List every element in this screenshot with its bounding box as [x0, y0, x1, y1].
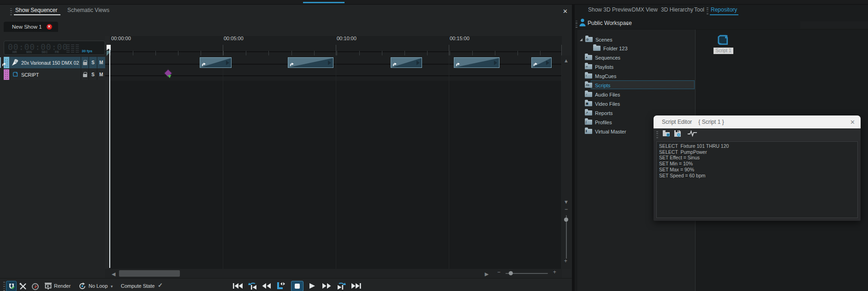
tab-tool[interactable]: Tool: [694, 6, 704, 13]
track-color-strip[interactable]: [4, 69, 9, 80]
folder-icon: ∞: [585, 64, 592, 69]
validate-script-button[interactable]: [687, 130, 697, 139]
save-script-button[interactable]: [674, 130, 681, 139]
vzoom-slider-track[interactable]: [566, 215, 567, 259]
tab-schematic-views[interactable]: Schematic Views: [67, 7, 109, 13]
workspace-search-field[interactable]: [800, 21, 868, 29]
script-editor-title: Script Editor: [662, 119, 692, 125]
transport-skip-end-button[interactable]: [350, 282, 362, 290]
editor-toolbar-drag-handle[interactable]: [656, 131, 658, 138]
transport-skip-start-button[interactable]: [232, 282, 244, 290]
vscroll-down-arrow[interactable]: ▼: [564, 198, 569, 206]
script-editor-textarea[interactable]: SELECT Fixture 101 THRU 120 SELECT PumpP…: [656, 141, 858, 218]
track-solo-button[interactable]: S: [89, 69, 97, 80]
panel-drag-handle[interactable]: [10, 7, 12, 15]
transport-play-button[interactable]: [306, 282, 318, 290]
render-button[interactable]: Render: [54, 283, 71, 289]
track-mute-button[interactable]: M: [97, 57, 105, 68]
script-line: SELECT PumpPower: [659, 149, 855, 155]
window-top-strip: [0, 0, 868, 5]
hscroll-left-arrow[interactable]: ◀: [112, 270, 115, 278]
vzoom-slider-thumb[interactable]: [564, 218, 568, 222]
transport-previous-cue-button[interactable]: [247, 282, 259, 290]
track-mute-button[interactable]: M: [97, 69, 105, 80]
transport-loop-range-button[interactable]: [275, 282, 287, 290]
workspace-drag-handle[interactable]: [576, 19, 577, 28]
repo-item-script-icon[interactable]: [717, 34, 729, 49]
timeline-clip[interactable]: [391, 57, 422, 68]
ruler-major-tick: [336, 45, 336, 55]
workspace-caret-icon[interactable]: ▾: [626, 22, 629, 26]
track-solo-button[interactable]: S: [89, 57, 97, 68]
vzoom-plus-button[interactable]: +: [564, 258, 567, 264]
track-lock-button[interactable]: [81, 57, 89, 68]
transport-rewind-button[interactable]: [261, 282, 273, 290]
clip-play-icon: [416, 61, 420, 65]
fps-indicator[interactable]: 30 fps: [82, 49, 92, 53]
timeline-clip[interactable]: [454, 57, 499, 68]
panel-close-button[interactable]: ✕: [563, 8, 568, 14]
track-name[interactable]: 20x Varionaut 150 DMX 02: [21, 57, 81, 68]
timeline-clip[interactable]: [200, 57, 232, 68]
hzoom-plus-button[interactable]: +: [553, 269, 556, 275]
hzoom-minus-button[interactable]: −: [497, 269, 500, 275]
tree-item-virtual-master[interactable]: ⫴ Virtual Master: [585, 127, 626, 136]
show-tab-close-icon[interactable]: ✕: [47, 24, 52, 30]
workspace-selector[interactable]: Public Workspace: [588, 20, 632, 26]
tree-item-msgcues[interactable]: ! MsgCues: [585, 72, 616, 80]
transport-next-cue-button[interactable]: [335, 282, 347, 290]
hscroll-right-arrow[interactable]: ▶: [485, 270, 488, 278]
compute-state-button[interactable]: Compute State: [121, 283, 155, 289]
hzoom-slider-thumb[interactable]: [509, 271, 513, 275]
tree-item-scripts[interactable]: Ab Scripts: [585, 81, 611, 90]
tree-item-video-files[interactable]: ▦ Video Files: [585, 99, 620, 108]
tab-dmx-view[interactable]: DMX View: [632, 6, 658, 13]
playhead-line[interactable]: [109, 45, 110, 268]
timeline-clip[interactable]: [288, 57, 333, 68]
time-check-button[interactable]: ✓: [30, 282, 40, 291]
loop-caret-icon[interactable]: ▾: [111, 284, 113, 289]
show-document-tab[interactable]: New Show 1 ✕: [4, 22, 58, 32]
track-row-script[interactable]: SCRIPT S M: [4, 69, 105, 80]
ruler-major-tick: [449, 45, 449, 55]
track-row-fixture[interactable]: 20x Varionaut 150 DMX 02 S M: [4, 57, 105, 68]
tree-item-audio-files[interactable]: ♪ Audio Files: [585, 90, 620, 99]
transport-forward-button[interactable]: [321, 282, 333, 290]
script-editor-window[interactable]: Script Editor { Script 1 } ✕ SELECT Fixt…: [654, 115, 861, 221]
timeline-clip[interactable]: [531, 57, 552, 68]
loop-mode-icon: [78, 282, 86, 290]
track-lock-button[interactable]: [81, 69, 89, 80]
tools-button[interactable]: [18, 282, 28, 291]
timeline-clip[interactable]: [0, 57, 1, 68]
tab-show-3d-preview[interactable]: Show 3D Preview: [588, 6, 632, 13]
vscroll-up-arrow[interactable]: ▲: [564, 56, 569, 65]
script-editor-titlebar[interactable]: Script Editor { Script 1 } ✕: [654, 115, 861, 128]
folder-icon: ♪: [585, 92, 592, 97]
tab-drag-handle[interactable]: [707, 7, 708, 14]
loop-mode-button[interactable]: No Loop: [89, 283, 108, 289]
tab-3d-hierarchy[interactable]: 3D Hierarchy: [661, 6, 693, 13]
show-tab-label: New Show 1: [12, 24, 42, 30]
transport-stop-button[interactable]: [291, 281, 303, 291]
open-script-button[interactable]: [662, 130, 671, 139]
expander-icon[interactable]: [580, 38, 583, 41]
tree-item-profiles[interactable]: ∫ Profiles: [585, 118, 612, 127]
tree-item-sequences[interactable]: ● Sequences: [585, 53, 620, 62]
script-editor-subtitle: { Script 1 }: [698, 119, 724, 125]
script-line: SET Speed = 60 bpm: [659, 173, 855, 179]
script-cue-marker[interactable]: [165, 70, 171, 76]
lock-icon: [83, 62, 87, 65]
tree-item-folder-123[interactable]: Folder 123: [593, 44, 628, 53]
track-name[interactable]: SCRIPT: [21, 69, 81, 80]
tree-item-playlists[interactable]: ∞ Playlists: [585, 62, 613, 71]
tree-item-scenes[interactable]: ◎ Scenes: [580, 35, 612, 44]
script-editor-close-button[interactable]: ✕: [850, 119, 855, 126]
snap-toggle-button[interactable]: [6, 281, 17, 291]
tree-item-reports[interactable]: ↗ Reports: [585, 109, 613, 117]
toolbar-drag-handle[interactable]: [3, 282, 5, 291]
tab-repository[interactable]: Repository: [711, 6, 737, 13]
vzoom-minus-button[interactable]: −: [565, 206, 568, 212]
hscroll-thumb[interactable]: [119, 270, 180, 277]
tab-show-sequencer[interactable]: Show Sequencer: [15, 7, 57, 13]
repo-item-label[interactable]: Script 1: [713, 48, 733, 54]
